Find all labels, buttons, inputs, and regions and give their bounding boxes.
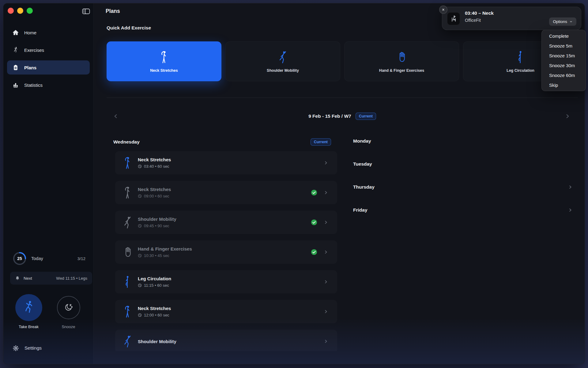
completed-check-icon xyxy=(311,220,317,225)
sidebar-item-label: Statistics xyxy=(24,82,43,88)
snooze-label: Snooze xyxy=(62,324,75,329)
clock-icon xyxy=(138,224,142,228)
day-row-monday[interactable]: Monday xyxy=(350,132,577,150)
leg-circulation-icon xyxy=(123,275,132,288)
notification-banner: 03:40 – Neck OfficeFit Options xyxy=(442,7,581,30)
quick-add-cards: Neck Stretches Shoulder Mobility Hand & … xyxy=(107,41,578,81)
today-label: Today xyxy=(31,256,43,261)
menu-item-complete[interactable]: Complete xyxy=(542,31,586,41)
bar-chart-icon xyxy=(12,82,19,88)
close-window-button[interactable] xyxy=(8,8,14,14)
chevron-right-icon xyxy=(323,190,329,195)
sidebar-nav: Home Exercises Plans Statistics xyxy=(7,25,90,95)
clock-icon xyxy=(138,164,142,168)
card-label: Neck Stretches xyxy=(150,68,178,73)
week-current-badge: Current xyxy=(356,113,376,120)
chevron-right-icon xyxy=(323,339,329,344)
exercise-row[interactable]: Shoulder Mobility xyxy=(115,330,337,351)
day-row-thursday[interactable]: Thursday xyxy=(350,178,577,196)
quick-add-card-neck-stretches[interactable]: Neck Stretches xyxy=(107,41,221,81)
notification-app-name: OfficeFit xyxy=(465,18,481,23)
wednesday-exercise-list: Neck Stretches 03:40 • 60 sec Neck Stret… xyxy=(115,151,337,351)
exercise-schedule: 03:40 • 60 sec xyxy=(144,164,169,169)
chevron-right-icon xyxy=(567,184,573,190)
runner-icon xyxy=(24,300,34,315)
clock-icon xyxy=(138,313,142,317)
sidebar-item-label: Plans xyxy=(24,65,36,70)
gear-icon xyxy=(13,345,19,351)
home-icon xyxy=(12,29,19,36)
sidebar-item-plans[interactable]: Plans xyxy=(7,60,90,75)
app-window: Home Exercises Plans Statistics xyxy=(3,3,585,364)
menu-item-snooze-15m[interactable]: Snooze 15m xyxy=(542,51,586,60)
section-divider xyxy=(107,98,578,98)
chevron-left-icon xyxy=(112,113,119,120)
bell-icon xyxy=(15,276,20,281)
next-reminder-pill: Next Wed 11:15 • Legs xyxy=(10,272,92,285)
exercise-schedule: 09:00 • 60 sec xyxy=(144,194,169,198)
exercise-row[interactable]: Leg Circulation 11:15 • 60 sec xyxy=(115,270,337,293)
options-button[interactable]: Options xyxy=(549,17,576,26)
hand-icon xyxy=(397,50,406,64)
exercise-name: Hand & Finger Exercises xyxy=(138,246,192,251)
chevron-right-icon xyxy=(323,220,329,225)
sidebar-item-exercises[interactable]: Exercises xyxy=(7,43,90,57)
notification-close-button[interactable] xyxy=(439,6,447,14)
exercise-schedule: 12:00 • 60 sec xyxy=(144,313,169,317)
exercise-row[interactable]: Hand & Finger Exercises 10:30 • 45 sec xyxy=(115,240,337,264)
menu-item-snooze-5m[interactable]: Snooze 5m xyxy=(542,41,586,51)
exercise-schedule: 09:45 • 90 sec xyxy=(144,224,169,228)
day-row-tuesday[interactable]: Tuesday xyxy=(350,155,577,173)
runner-icon xyxy=(12,47,19,53)
quick-add-heading: Quick Add Exercise xyxy=(107,25,151,31)
exercise-name: Neck Stretches xyxy=(138,157,171,162)
shoulder-mobility-icon xyxy=(278,50,288,64)
day-label: Thursday xyxy=(353,184,375,190)
neck-stretch-icon xyxy=(123,156,132,169)
quick-add-card-hand-finger[interactable]: Hand & Finger Exercises xyxy=(344,41,459,81)
clock-icon xyxy=(138,283,142,287)
exercise-schedule: 10:30 • 45 sec xyxy=(144,253,169,258)
menu-item-skip[interactable]: Skip xyxy=(542,80,586,90)
chevron-down-icon xyxy=(569,20,573,23)
notification-title: 03:40 – Neck xyxy=(465,10,494,16)
quick-add-card-shoulder-mobility[interactable]: Shoulder Mobility xyxy=(225,41,340,81)
day-label: Monday xyxy=(353,138,371,144)
sidebar-item-settings[interactable]: Settings xyxy=(13,343,42,354)
exercise-row[interactable]: Neck Stretches 09:00 • 60 sec xyxy=(115,181,337,204)
exercise-name: Shoulder Mobility xyxy=(138,339,176,344)
exercise-name: Shoulder Mobility xyxy=(138,217,176,222)
snooze-button[interactable] xyxy=(57,296,80,319)
day-row-friday[interactable]: Friday xyxy=(350,201,577,219)
menu-item-snooze-60m[interactable]: Snooze 60m xyxy=(542,70,586,80)
take-break-label: Take Break xyxy=(19,324,39,329)
sidebar: Home Exercises Plans Statistics xyxy=(3,3,94,364)
leg-circulation-icon xyxy=(516,50,525,64)
today-value: 25 xyxy=(13,251,27,266)
wednesday-current-badge: Current xyxy=(311,138,331,146)
sidebar-item-home[interactable]: Home xyxy=(7,25,90,40)
sidebar-toggle-button[interactable] xyxy=(82,8,90,14)
chevron-right-icon xyxy=(323,279,329,285)
exercise-name: Leg Circulation xyxy=(138,276,171,281)
completed-check-icon xyxy=(311,190,317,196)
exercise-row[interactable]: Neck Stretches 12:00 • 60 sec xyxy=(115,300,337,323)
clock-icon xyxy=(138,194,142,198)
options-menu: Complete Snooze 5m Snooze 15m Snooze 30m… xyxy=(541,30,586,91)
next-week-button[interactable] xyxy=(563,112,572,121)
minimize-window-button[interactable] xyxy=(17,8,23,14)
wednesday-header: Wednesday Current xyxy=(113,138,337,146)
take-break-button[interactable] xyxy=(15,294,42,321)
week-range: 9 Feb - 15 Feb / W7 xyxy=(308,113,351,119)
zoom-window-button[interactable] xyxy=(27,8,33,14)
sidebar-item-statistics[interactable]: Statistics xyxy=(7,78,90,92)
options-label: Options xyxy=(553,19,567,24)
day-title: Wednesday xyxy=(113,139,140,145)
exercise-row[interactable]: Shoulder Mobility 09:45 • 90 sec xyxy=(115,211,337,234)
exercise-row[interactable]: Neck Stretches 03:40 • 60 sec xyxy=(115,151,337,174)
clipboard-icon xyxy=(12,64,19,71)
previous-week-button[interactable] xyxy=(111,112,120,121)
page-title: Plans xyxy=(106,8,120,14)
exercise-name: Neck Stretches xyxy=(138,306,171,311)
menu-item-snooze-30m[interactable]: Snooze 30m xyxy=(542,60,586,70)
